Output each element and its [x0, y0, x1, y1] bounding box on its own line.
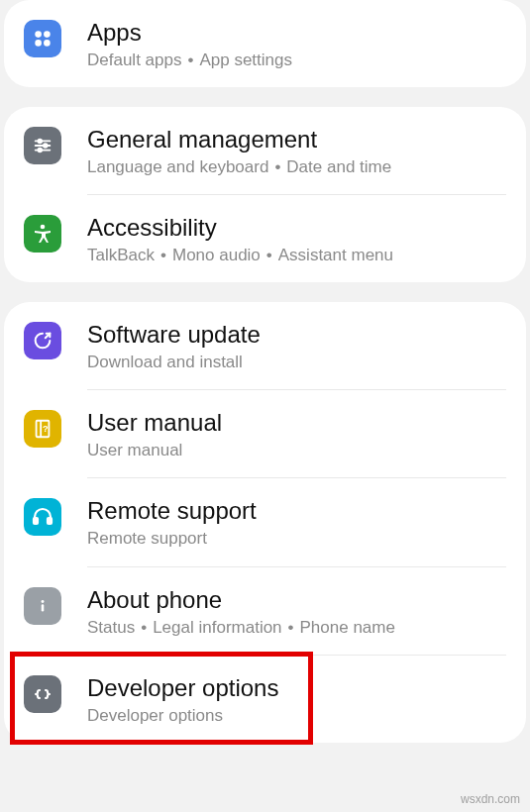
code-icon — [24, 675, 61, 713]
dot-separator: • — [187, 51, 193, 69]
item-subtitle: Status•Legal information•Phone name — [87, 617, 506, 639]
settings-item-developer-options[interactable]: Developer optionsDeveloper options — [4, 656, 526, 743]
svg-rect-16 — [48, 518, 52, 524]
subtitle-part: Remote support — [87, 529, 207, 548]
headset-icon — [24, 498, 61, 536]
item-subtitle: User manual — [87, 440, 506, 461]
item-title: Remote support — [87, 496, 506, 526]
subtitle-part: Language and keyboard — [87, 157, 268, 176]
watermark: wsxdn.com — [461, 792, 520, 806]
manual-icon: ? — [24, 410, 61, 448]
settings-item-about-phone[interactable]: About phoneStatus•Legal information•Phon… — [4, 567, 526, 655]
item-subtitle: Developer options — [87, 705, 506, 727]
svg-text:?: ? — [43, 424, 49, 434]
item-subtitle: Remote support — [87, 528, 506, 550]
settings-item-apps[interactable]: AppsDefault apps•App settings — [4, 0, 526, 87]
subtitle-part: Assistant menu — [278, 246, 393, 264]
text-block: User manualUser manual — [87, 408, 506, 461]
svg-point-7 — [44, 144, 48, 148]
text-block: Software updateDownload and install — [87, 320, 506, 373]
item-subtitle: Language and keyboard•Date and time — [87, 156, 506, 178]
item-title: User manual — [87, 408, 506, 438]
subtitle-part: Date and time — [286, 157, 391, 176]
svg-point-10 — [41, 225, 46, 230]
text-block: Developer optionsDeveloper options — [87, 673, 506, 727]
svg-point-1 — [44, 31, 51, 38]
settings-card: Software updateDownload and install ? Us… — [4, 302, 526, 742]
update-icon — [24, 322, 61, 359]
subtitle-part: Developer options — [87, 706, 223, 725]
svg-point-17 — [42, 600, 45, 603]
dot-separator: • — [274, 157, 280, 176]
apps-icon — [24, 20, 61, 57]
svg-point-5 — [38, 140, 42, 144]
settings-card: General managementLanguage and keyboard•… — [4, 107, 526, 282]
dot-separator: • — [160, 246, 166, 264]
text-block: AccessibilityTalkBack•Mono audio•Assista… — [87, 213, 506, 266]
info-icon — [24, 587, 61, 625]
svg-point-0 — [35, 31, 42, 38]
item-title: Apps — [87, 18, 506, 48]
settings-item-accessibility[interactable]: AccessibilityTalkBack•Mono audio•Assista… — [4, 195, 526, 282]
subtitle-part: Status — [87, 618, 135, 637]
svg-point-3 — [44, 40, 51, 47]
svg-point-2 — [35, 40, 42, 47]
settings-item-remote-support[interactable]: Remote supportRemote support — [4, 478, 526, 565]
settings-card: AppsDefault apps•App settings — [4, 0, 526, 87]
item-subtitle: Default apps•App settings — [87, 50, 506, 71]
text-block: About phoneStatus•Legal information•Phon… — [87, 585, 506, 639]
subtitle-part: User manual — [87, 441, 182, 459]
subtitle-part: TalkBack — [87, 246, 155, 264]
sliders-icon — [24, 127, 61, 164]
settings-item-software-update[interactable]: Software updateDownload and install — [4, 302, 526, 389]
settings-item-general-management[interactable]: General managementLanguage and keyboard•… — [4, 107, 526, 194]
text-block: Remote supportRemote support — [87, 496, 506, 550]
item-title: Accessibility — [87, 213, 506, 243]
subtitle-part: Mono audio — [172, 246, 261, 264]
item-subtitle: TalkBack•Mono audio•Assistant menu — [87, 245, 506, 266]
subtitle-part: Legal information — [153, 618, 281, 637]
subtitle-part: Phone name — [300, 618, 395, 637]
subtitle-part: Default apps — [87, 51, 181, 69]
item-subtitle: Download and install — [87, 352, 506, 373]
dot-separator: • — [141, 618, 147, 637]
text-block: AppsDefault apps•App settings — [87, 18, 506, 71]
accessibility-icon — [24, 215, 61, 253]
dot-separator: • — [288, 618, 294, 637]
dot-separator: • — [266, 246, 272, 264]
item-title: Developer options — [87, 673, 506, 703]
svg-point-9 — [38, 149, 42, 152]
svg-rect-15 — [34, 518, 38, 524]
subtitle-part: Download and install — [87, 353, 243, 371]
item-title: About phone — [87, 585, 506, 615]
settings-item-user-manual[interactable]: ? User manualUser manual — [4, 390, 526, 477]
text-block: General managementLanguage and keyboard•… — [87, 125, 506, 178]
item-title: General management — [87, 125, 506, 154]
svg-rect-18 — [42, 604, 45, 611]
item-title: Software update — [87, 320, 506, 350]
subtitle-part: App settings — [199, 51, 292, 69]
